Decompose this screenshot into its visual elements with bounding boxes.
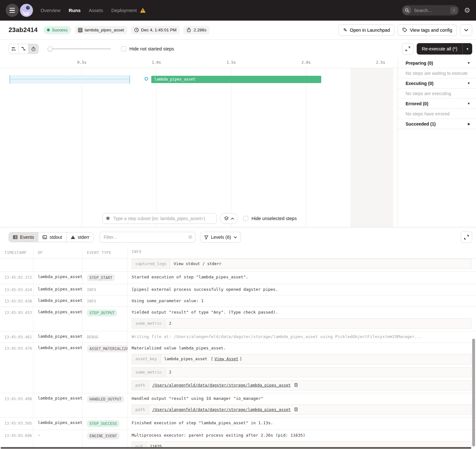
- nav-link-deployment[interactable]: Deployment: [111, 8, 137, 13]
- log-row[interactable]: 13:45:03.461 lambda_pipes_asset DEBUG Wr…: [0, 331, 476, 343]
- copy-icon[interactable]: [294, 407, 298, 412]
- run-actions-menu-button[interactable]: [460, 24, 472, 36]
- metadata-value-text: lambda_pipes_asset: [164, 356, 207, 362]
- log-row[interactable]: 13:45:03.470 lambda_pipes_asset ASSET_MA…: [0, 343, 476, 393]
- zoom-slider-handle[interactable]: [48, 46, 53, 51]
- waterfall-view-button[interactable]: [19, 44, 29, 54]
- log-message: Materialized value lambda_pipes_asset.: [132, 345, 472, 351]
- log-row[interactable]: 13:45:03.505 lambda_pipes_asset STEP_SUC…: [0, 418, 476, 430]
- warning-icon[interactable]: [140, 8, 146, 13]
- view-asset-link[interactable]: View Asset: [214, 356, 238, 362]
- tab-stderr[interactable]: stderr: [67, 232, 94, 242]
- sidebar-section-header[interactable]: Succeeded (1) ▶: [398, 119, 476, 129]
- gantt-view-mode-toggle: [9, 44, 39, 54]
- log-row[interactable]: 13:45:03.424 lambda_pipes_asset INFO [pi…: [0, 284, 476, 296]
- path-link[interactable]: /Users/alangenfeld/data/dagster/storage/…: [152, 382, 291, 388]
- nav-link-runs[interactable]: Runs: [69, 8, 81, 13]
- clear-filter-icon[interactable]: ⊗: [188, 234, 192, 240]
- info-cell: Finished execution of step "lambda_pipes…: [128, 418, 476, 430]
- metadata-value-text: 2: [169, 321, 172, 326]
- op-cell: lambda_pipes_asset: [33, 272, 82, 284]
- grid-icon: [78, 28, 82, 32]
- hide-unselected-checkbox[interactable]: Hide unselected steps: [243, 216, 297, 221]
- timestamp-cell: [0, 259, 33, 271]
- op-cell: lambda_pipes_asset: [33, 343, 82, 393]
- global-search[interactable]: /: [402, 5, 459, 16]
- open-in-launchpad-button[interactable]: ✎ Open in Launchpad: [338, 24, 394, 36]
- gantt-fullscreen-button[interactable]: [402, 43, 414, 55]
- sidebar-section-header[interactable]: Errored (0) ▼: [398, 99, 476, 109]
- info-cell: Yielded output "result" of type "Any". (…: [128, 307, 476, 331]
- timed-view-button[interactable]: [29, 44, 38, 54]
- zoom-slider-track[interactable]: [48, 48, 111, 49]
- path-link[interactable]: /Users/alangenfeld/data/dagster/storage/…: [152, 407, 291, 413]
- reexecute-menu-caret[interactable]: ▾: [463, 43, 472, 55]
- hamburger-menu-button[interactable]: [6, 4, 19, 17]
- metadata-key: path: [132, 405, 149, 414]
- event-type-cell: ASSET_MATERIALIZAT…: [82, 343, 128, 393]
- log-row[interactable]: 13:45:03.498 lambda_pipes_asset HANDLED_…: [0, 393, 476, 418]
- event-type-badge: STEP_START: [87, 274, 115, 281]
- triangle-down-icon: ▼: [467, 102, 470, 105]
- horizontal-scrollbar[interactable]: [1, 447, 471, 449]
- event-type-cell: STEP_SUCCESS: [82, 418, 128, 430]
- levels-filter-button[interactable]: Levels (6): [200, 232, 241, 243]
- search-input[interactable]: [414, 8, 443, 13]
- main-split: 0.5s1.0s1.5s2.0s2.5s lambda_pipes_asset …: [0, 58, 476, 227]
- pencil-icon: ✎: [343, 28, 347, 32]
- triangle-down-icon: ▼: [467, 81, 470, 85]
- reexecute-all-button[interactable]: Re-execute all (*) ▾: [417, 43, 472, 55]
- op-cell: [33, 259, 82, 271]
- metadata-key: some_metric: [132, 319, 166, 328]
- metadata-row: path /Users/alangenfeld/data/dagster/sto…: [132, 380, 472, 390]
- event-type-label: INFO: [87, 287, 96, 292]
- timestamp-cell: 13:45:03.470: [0, 343, 33, 393]
- timestamp-cell: 13:45:02.372: [0, 272, 33, 284]
- checkbox-icon[interactable]: [121, 46, 126, 51]
- dagster-logo[interactable]: [20, 4, 33, 17]
- event-type-label: DEBUG: [87, 334, 98, 339]
- log-message: Using some_parameter value: 1: [132, 298, 472, 304]
- gear-icon[interactable]: ⚙: [464, 7, 470, 14]
- view-tags-config-button[interactable]: View tags and config: [398, 24, 457, 36]
- log-row[interactable]: captured_logs View stdout / stderr: [0, 259, 476, 272]
- op-cell: lambda_pipes_asset: [33, 284, 82, 295]
- tab-stdout[interactable]: stdout: [38, 232, 67, 242]
- nav-link-assets[interactable]: Assets: [89, 8, 103, 13]
- tab-events[interactable]: Events: [9, 232, 38, 242]
- log-row[interactable]: 13:45:02.372 lambda_pipes_asset STEP_STA…: [0, 272, 476, 284]
- chevron-down-icon: [234, 236, 237, 238]
- gantt-step-bar[interactable]: lambda_pipes_asset: [151, 76, 321, 83]
- tag-icon: [402, 28, 407, 32]
- checkbox-icon[interactable]: [243, 216, 248, 221]
- funnel-icon: [204, 235, 208, 239]
- log-row[interactable]: 13:45:03.438 lambda_pipes_asset INFO Usi…: [0, 296, 476, 307]
- event-type-cell: ENGINE_EVENT: [82, 430, 128, 449]
- copy-icon[interactable]: [294, 383, 298, 387]
- step-subset-icon: ✻: [106, 216, 110, 221]
- log-fullscreen-button[interactable]: [461, 231, 472, 243]
- gantt-time-axis: 0.5s1.0s1.5s2.0s2.5s: [0, 58, 398, 68]
- sidebar-section-header[interactable]: Preparing (0) ▼: [398, 58, 476, 68]
- status-badge: Success: [43, 26, 71, 34]
- step-subset-input[interactable]: [102, 213, 217, 224]
- zoom-slider[interactable]: [48, 46, 111, 51]
- clock-icon: [134, 28, 139, 32]
- event-type-cell: HANDLED_OUTPUT: [82, 393, 128, 417]
- search-icon: [403, 6, 411, 15]
- log-filter-input[interactable]: [100, 232, 195, 243]
- nav-link-overview[interactable]: Overview: [41, 8, 61, 13]
- event-type-badge: STEP_SUCCESS: [87, 420, 120, 427]
- vertical-scrollbar[interactable]: [472, 339, 475, 446]
- log-section: Events stdout stderr ⊗ Levels (6) TIMEST…: [0, 227, 476, 449]
- gantt-after-run-region: [350, 68, 393, 227]
- log-row[interactable]: 13:45:03.696 - ENGINE_EVENT Multiprocess…: [0, 430, 476, 449]
- sidebar-section-header[interactable]: Executing (0) ▼: [398, 78, 476, 88]
- view-logs-link[interactable]: View stdout / stderr: [174, 261, 222, 267]
- op-cell: lambda_pipes_asset: [33, 296, 82, 307]
- graph-options-button[interactable]: [220, 213, 238, 224]
- log-row[interactable]: 13:45:03.453 lambda_pipes_asset STEP_OUT…: [0, 307, 476, 331]
- flat-view-button[interactable]: [9, 44, 19, 54]
- hide-not-started-checkbox[interactable]: Hide not started steps: [121, 46, 174, 51]
- job-tag[interactable]: lambda_pipes_asset: [75, 26, 127, 34]
